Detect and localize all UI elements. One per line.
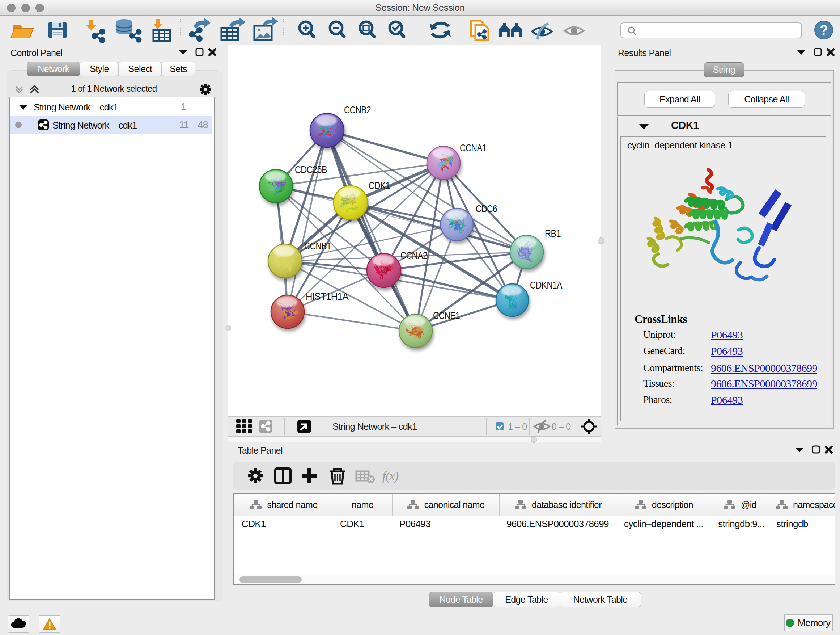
svg-text:CDC25B: CDC25B [295, 165, 327, 175]
svg-text:?: ? [820, 22, 828, 38]
svg-text:CDK1: CDK1 [369, 180, 390, 191]
svg-text:CDKN1A: CDKN1A [530, 280, 562, 291]
svg-text:1 – 0: 1 – 0 [508, 421, 527, 432]
svg-text:RB1: RB1 [545, 228, 561, 239]
svg-text:f(x): f(x) [382, 469, 399, 483]
svg-text:CCNE1: CCNE1 [433, 310, 460, 321]
svg-text:HIST1H1A: HIST1H1A [306, 291, 349, 302]
svg-text:CCNA2: CCNA2 [401, 250, 427, 261]
svg-text:CCNA1: CCNA1 [460, 143, 486, 154]
svg-text:String Network – cdk1: String Network – cdk1 [332, 421, 417, 432]
svg-text:CCNB2: CCNB2 [344, 105, 371, 116]
svg-text:CCNB1: CCNB1 [304, 241, 331, 252]
svg-text:CDC6: CDC6 [476, 203, 497, 214]
svg-text:0 – 0: 0 – 0 [552, 421, 571, 432]
